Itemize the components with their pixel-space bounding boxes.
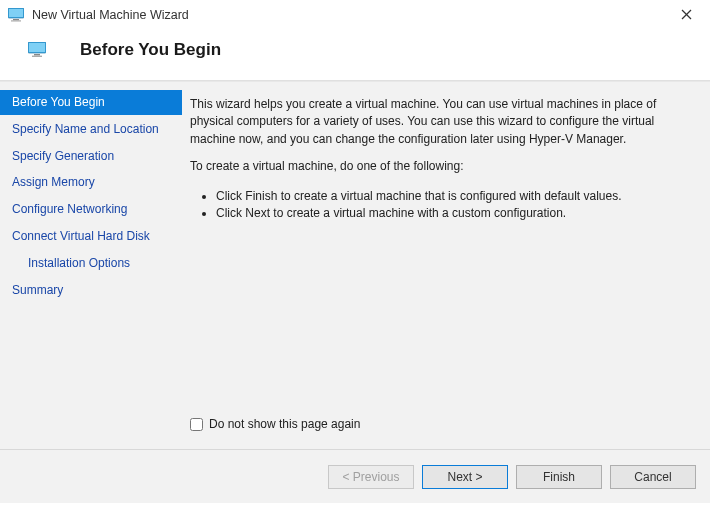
list-item: Click Finish to create a virtual machine… xyxy=(216,188,694,205)
svg-rect-8 xyxy=(34,54,40,56)
close-button[interactable] xyxy=(672,4,700,26)
window-title: New Virtual Machine Wizard xyxy=(32,8,672,22)
wizard-steps-sidebar: Before You Begin Specify Name and Locati… xyxy=(0,82,182,449)
step-connect-virtual-hard-disk[interactable]: Connect Virtual Hard Disk xyxy=(0,224,182,249)
svg-rect-1 xyxy=(9,9,23,17)
step-specify-name-location[interactable]: Specify Name and Location xyxy=(0,117,182,142)
page-title: Before You Begin xyxy=(80,40,221,60)
wizard-body: Before You Begin Specify Name and Locati… xyxy=(0,81,710,449)
wizard-header: Before You Begin xyxy=(0,30,710,81)
page-monitor-icon xyxy=(28,42,46,58)
finish-button[interactable]: Finish xyxy=(516,465,602,489)
step-before-you-begin[interactable]: Before You Begin xyxy=(0,90,182,115)
do-not-show-label[interactable]: Do not show this page again xyxy=(209,416,360,433)
cancel-button[interactable]: Cancel xyxy=(610,465,696,489)
step-specify-generation[interactable]: Specify Generation xyxy=(0,144,182,169)
svg-rect-3 xyxy=(11,20,21,21)
svg-rect-9 xyxy=(32,56,42,57)
prompt-paragraph: To create a virtual machine, do one of t… xyxy=(190,158,694,175)
do-not-show-row: Do not show this page again xyxy=(190,416,694,439)
step-configure-networking[interactable]: Configure Networking xyxy=(0,197,182,222)
do-not-show-checkbox[interactable] xyxy=(190,418,203,431)
svg-rect-2 xyxy=(13,19,19,20)
wizard-content: This wizard helps you create a virtual m… xyxy=(182,82,710,449)
step-summary[interactable]: Summary xyxy=(0,278,182,303)
options-list: Click Finish to create a virtual machine… xyxy=(190,188,694,223)
step-assign-memory[interactable]: Assign Memory xyxy=(0,170,182,195)
previous-button: < Previous xyxy=(328,465,414,489)
next-button[interactable]: Next > xyxy=(422,465,508,489)
wizard-footer: < Previous Next > Finish Cancel xyxy=(0,449,710,503)
close-icon xyxy=(681,7,692,23)
titlebar: New Virtual Machine Wizard xyxy=(0,0,710,30)
svg-rect-7 xyxy=(29,43,45,52)
app-monitor-icon xyxy=(8,8,24,22)
step-installation-options[interactable]: Installation Options xyxy=(0,251,182,276)
intro-paragraph: This wizard helps you create a virtual m… xyxy=(190,96,694,148)
list-item: Click Next to create a virtual machine w… xyxy=(216,205,694,222)
